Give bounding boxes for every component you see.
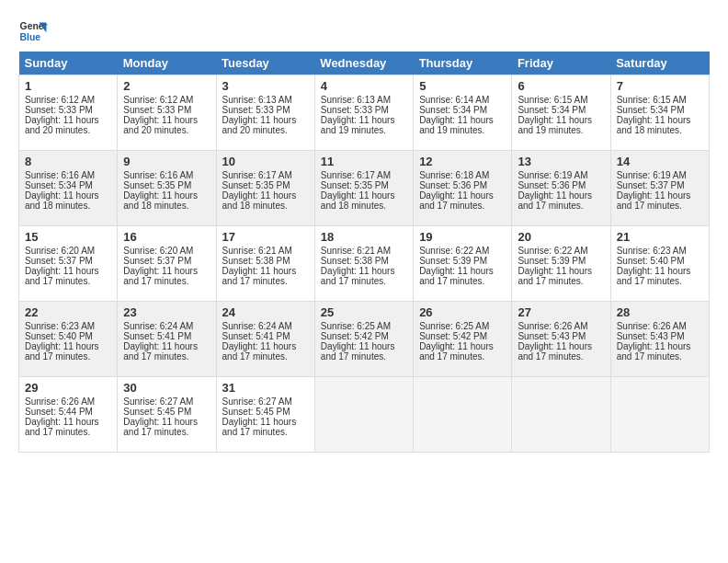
day-info-line: Daylight: 11 hours — [25, 190, 111, 201]
day-info-line: Daylight: 11 hours — [25, 417, 111, 427]
day-number: 31 — [222, 381, 309, 395]
day-info-line: Sunset: 5:34 PM — [617, 105, 703, 115]
day-info-line: Sunset: 5:45 PM — [123, 407, 210, 417]
day-info-line: Sunset: 5:33 PM — [123, 105, 210, 115]
day-info-line: Sunset: 5:38 PM — [321, 256, 407, 266]
day-cell: 27Sunrise: 6:26 AMSunset: 5:43 PMDayligh… — [512, 302, 610, 377]
day-number: 10 — [222, 155, 309, 168]
day-info-line: and 18 minutes. — [617, 125, 703, 135]
day-info-line: Sunset: 5:33 PM — [321, 105, 407, 115]
day-info-line: Sunrise: 6:12 AM — [123, 95, 210, 105]
day-info-line: Daylight: 11 hours — [25, 266, 111, 276]
day-info-line: and 19 minutes. — [419, 125, 506, 135]
day-info-line: and 19 minutes. — [518, 125, 604, 135]
day-info-line: Sunrise: 6:15 AM — [518, 95, 604, 105]
col-header-wednesday: Wednesday — [314, 52, 413, 75]
week-row-5: 29Sunrise: 6:26 AMSunset: 5:44 PMDayligh… — [19, 377, 710, 453]
day-info-line: Sunrise: 6:24 AM — [123, 321, 210, 331]
day-info-line: and 17 minutes. — [518, 276, 604, 286]
day-info-line: Sunrise: 6:18 AM — [419, 170, 506, 180]
day-info-line: Daylight: 11 hours — [518, 115, 604, 125]
day-info-line: Sunrise: 6:14 AM — [419, 95, 506, 105]
col-header-tuesday: Tuesday — [216, 52, 314, 75]
day-info-line: Daylight: 11 hours — [617, 341, 703, 351]
day-info-line: and 17 minutes. — [321, 351, 407, 362]
day-info-line: Daylight: 11 hours — [123, 266, 210, 276]
day-cell: 5Sunrise: 6:14 AMSunset: 5:34 PMDaylight… — [414, 75, 512, 151]
day-info-line: Daylight: 11 hours — [222, 341, 309, 351]
day-cell: 18Sunrise: 6:21 AMSunset: 5:38 PMDayligh… — [314, 226, 413, 302]
svg-text:Blue: Blue — [20, 32, 41, 42]
day-cell: 19Sunrise: 6:22 AMSunset: 5:39 PMDayligh… — [414, 226, 512, 302]
day-info-line: Sunset: 5:39 PM — [419, 256, 506, 266]
day-info-line: Sunset: 5:35 PM — [123, 180, 210, 190]
day-info-line: Sunset: 5:35 PM — [321, 180, 407, 190]
day-number: 1 — [25, 79, 111, 93]
day-cell — [610, 377, 709, 453]
day-cell: 3Sunrise: 6:13 AMSunset: 5:33 PMDaylight… — [216, 75, 314, 151]
calendar-header-row: SundayMondayTuesdayWednesdayThursdayFrid… — [19, 52, 710, 75]
day-cell: 17Sunrise: 6:21 AMSunset: 5:38 PMDayligh… — [216, 226, 314, 302]
day-number: 25 — [321, 305, 407, 319]
day-number: 3 — [222, 79, 309, 93]
day-info-line: and 17 minutes. — [222, 351, 309, 362]
day-info-line: Daylight: 11 hours — [25, 341, 111, 351]
day-info-line: Sunset: 5:33 PM — [25, 105, 111, 115]
day-info-line: and 17 minutes. — [25, 427, 111, 437]
day-info-line: Sunset: 5:42 PM — [419, 331, 506, 341]
day-cell: 30Sunrise: 6:27 AMSunset: 5:45 PMDayligh… — [118, 377, 216, 453]
week-row-2: 8Sunrise: 6:16 AMSunset: 5:34 PMDaylight… — [19, 151, 710, 226]
day-info-line: Sunrise: 6:17 AM — [321, 170, 407, 180]
day-info-line: and 17 minutes. — [518, 351, 604, 362]
day-info-line: Daylight: 11 hours — [321, 341, 407, 351]
day-info-line: and 18 minutes. — [25, 201, 111, 211]
day-info-line: Daylight: 11 hours — [419, 266, 506, 276]
day-info-line: Sunset: 5:43 PM — [617, 331, 703, 341]
day-cell: 8Sunrise: 6:16 AMSunset: 5:34 PMDaylight… — [19, 151, 118, 226]
day-cell: 23Sunrise: 6:24 AMSunset: 5:41 PMDayligh… — [118, 302, 216, 377]
day-info-line: Daylight: 11 hours — [222, 266, 309, 276]
day-number: 15 — [25, 230, 111, 244]
day-number: 26 — [419, 305, 506, 319]
day-info-line: and 17 minutes. — [25, 351, 111, 362]
day-info-line: Sunrise: 6:22 AM — [518, 246, 604, 256]
day-cell: 15Sunrise: 6:20 AMSunset: 5:37 PMDayligh… — [19, 226, 118, 302]
day-info-line: and 17 minutes. — [419, 276, 506, 286]
day-info-line: and 18 minutes. — [123, 201, 210, 211]
day-info-line: Sunset: 5:40 PM — [25, 331, 111, 341]
day-info-line: and 17 minutes. — [419, 201, 506, 211]
day-number: 29 — [25, 381, 111, 395]
day-number: 19 — [419, 230, 506, 244]
calendar-table: SundayMondayTuesdayWednesdayThursdayFrid… — [18, 52, 710, 453]
week-row-1: 1Sunrise: 6:12 AMSunset: 5:33 PMDaylight… — [19, 75, 710, 151]
day-info-line: Daylight: 11 hours — [518, 190, 604, 201]
day-info-line: Sunrise: 6:19 AM — [617, 170, 703, 180]
day-number: 5 — [419, 79, 506, 93]
logo: General Blue — [18, 17, 51, 46]
day-number: 6 — [518, 79, 604, 93]
day-cell: 25Sunrise: 6:25 AMSunset: 5:42 PMDayligh… — [314, 302, 413, 377]
day-info-line: Daylight: 11 hours — [222, 417, 309, 427]
day-info-line: Daylight: 11 hours — [617, 115, 703, 125]
day-number: 12 — [419, 155, 506, 168]
day-number: 30 — [123, 381, 210, 395]
day-info-line: Sunrise: 6:17 AM — [222, 170, 309, 180]
day-cell: 24Sunrise: 6:24 AMSunset: 5:41 PMDayligh… — [216, 302, 314, 377]
day-info-line: Sunset: 5:37 PM — [617, 180, 703, 190]
day-info-line: Sunrise: 6:12 AM — [25, 95, 111, 105]
day-info-line: Sunset: 5:37 PM — [25, 256, 111, 266]
day-info-line: Sunrise: 6:22 AM — [419, 246, 506, 256]
day-info-line: Daylight: 11 hours — [123, 190, 210, 201]
day-cell: 6Sunrise: 6:15 AMSunset: 5:34 PMDaylight… — [512, 75, 610, 151]
day-cell — [512, 377, 610, 453]
day-info-line: Sunrise: 6:13 AM — [222, 95, 309, 105]
day-info-line: Sunrise: 6:26 AM — [25, 396, 111, 407]
day-number: 8 — [25, 155, 111, 168]
day-cell: 1Sunrise: 6:12 AMSunset: 5:33 PMDaylight… — [19, 75, 118, 151]
day-info-line: and 17 minutes. — [123, 351, 210, 362]
day-info-line: Sunrise: 6:23 AM — [25, 321, 111, 331]
day-info-line: and 17 minutes. — [617, 351, 703, 362]
day-number: 27 — [518, 305, 604, 319]
col-header-sunday: Sunday — [19, 52, 118, 75]
day-info-line: Sunrise: 6:26 AM — [617, 321, 703, 331]
